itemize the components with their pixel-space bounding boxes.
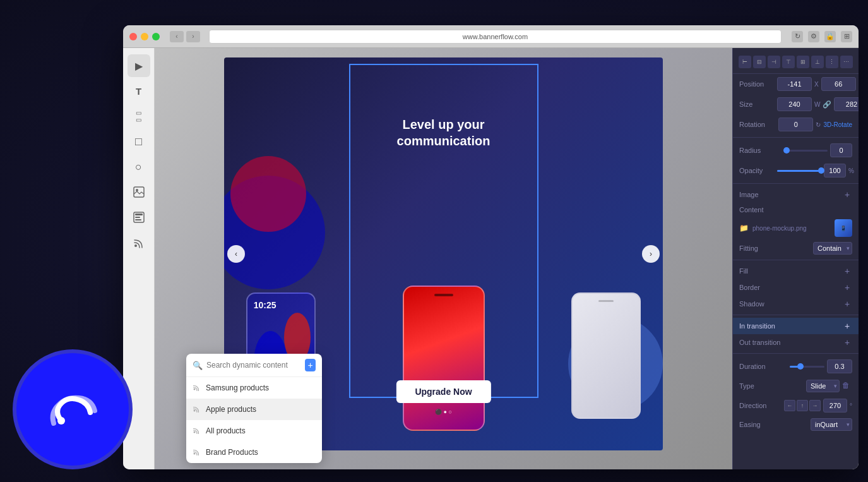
fitting-select-wrap: Contain Cover Fill — [813, 242, 852, 255]
mac-close-btn[interactable] — [129, 33, 137, 40]
easing-label: Easing — [739, 421, 777, 428]
direction-up-btn[interactable]: ↑ — [797, 400, 808, 411]
size-w-suffix: W — [814, 101, 820, 108]
content-label: Content — [739, 206, 777, 214]
search-icon: 🔍 — [193, 361, 203, 370]
feed-tool-btn[interactable] — [128, 231, 150, 254]
dropdown-item-samsung-label: Samsung products — [206, 383, 269, 392]
placeholder-tool-btn[interactable]: ▭▭ — [128, 105, 150, 128]
border-add-btn[interactable]: + — [842, 282, 852, 292]
svg-point-7 — [134, 244, 137, 247]
carousel-right-arrow[interactable]: › — [642, 245, 660, 263]
dropdown-item-apple[interactable]: Apple products — [186, 399, 322, 420]
duration-inputs — [790, 359, 852, 373]
feed-icon-all — [193, 426, 201, 436]
duration-slider[interactable] — [790, 366, 824, 368]
opacity-row: Opacity % — [733, 160, 859, 181]
direction-left-btn[interactable]: ← — [784, 400, 795, 411]
out-transition-label: Out transition — [739, 339, 780, 346]
mac-settings-btn[interactable]: ⚙ — [808, 31, 819, 42]
mac-nav: ‹ › — [170, 31, 200, 42]
mac-sidebar-btn[interactable]: ⊞ — [841, 31, 852, 42]
panel-align-right[interactable]: ⊣ — [768, 56, 780, 68]
feed-icon-apple — [193, 404, 201, 414]
3d-rotate-btn[interactable]: 3D-Rotate — [823, 121, 852, 128]
easing-select[interactable]: inQuart linear easeIn easeOut — [811, 418, 852, 431]
radius-slider[interactable] — [783, 150, 828, 152]
search-dynamic-content-input[interactable] — [206, 361, 301, 370]
dropdown-item-all[interactable]: All products — [186, 420, 322, 442]
size-inputs: W 🔗 H — [777, 97, 859, 111]
panel-align-bottom[interactable]: ⊥ — [811, 56, 824, 68]
dynamic-content-btn[interactable] — [128, 206, 150, 229]
image-tool-btn[interactable] — [128, 181, 150, 203]
fitting-select[interactable]: Contain Cover Fill — [813, 242, 852, 255]
mac-maximize-btn[interactable] — [152, 33, 160, 40]
dropdown-item-apple-label: Apple products — [206, 405, 256, 414]
opacity-input[interactable] — [824, 164, 846, 178]
svg-point-0 — [57, 417, 65, 425]
address-bar[interactable]: www.bannerflow.com — [209, 30, 782, 44]
size-link-icon[interactable]: 🔗 — [823, 100, 831, 109]
image-add-btn[interactable]: + — [842, 190, 852, 200]
upgrade-now-button[interactable]: Upgrade Now — [396, 380, 490, 403]
folder-icon[interactable]: 📁 — [739, 224, 749, 232]
panel-align-center-h[interactable]: ⊟ — [753, 56, 766, 68]
position-x-suffix: X — [814, 81, 819, 88]
opacity-inputs: % — [777, 164, 854, 178]
type-delete-btn[interactable]: 🗑 — [842, 381, 852, 391]
type-select[interactable]: Slide Fade Zoom — [806, 380, 840, 392]
svg-point-8 — [194, 389, 196, 390]
feed-icon-brand — [193, 447, 201, 457]
radius-inputs — [783, 143, 852, 157]
svg-rect-1 — [134, 187, 144, 197]
type-controls: Slide Fade Zoom 🗑 — [806, 380, 852, 392]
content-file-name: phone-mockup.png — [752, 225, 831, 232]
direction-value-input[interactable] — [823, 399, 847, 413]
panel-align-left[interactable]: ⊢ — [739, 56, 751, 68]
mac-minimize-btn[interactable] — [141, 33, 148, 40]
mac-back-btn[interactable]: ‹ — [170, 31, 184, 42]
carousel-left-arrow[interactable]: ‹ — [227, 245, 245, 263]
fitting-row: Fitting Contain Cover Fill — [733, 239, 859, 257]
panel-align-top[interactable]: ⊤ — [782, 56, 795, 68]
fill-add-btn[interactable]: + — [842, 266, 852, 276]
size-w-input[interactable] — [777, 97, 812, 111]
mac-titlebar: ‹ › www.bannerflow.com ↻ ⚙ 🔒 ⊞ — [123, 25, 859, 48]
in-transition-add-btn[interactable]: + — [842, 321, 852, 331]
dropdown-add-btn[interactable]: + — [305, 359, 316, 371]
dropdown-item-samsung[interactable]: Samsung products — [186, 377, 322, 399]
canvas-area[interactable]: Level up your communication 10:25 ⚫ ● ○ — [155, 48, 732, 469]
radius-input[interactable] — [830, 143, 852, 157]
select-tool-btn[interactable]: ▶ — [128, 54, 150, 77]
opacity-label: Opacity — [739, 167, 777, 174]
rotation-input[interactable] — [778, 117, 813, 131]
mac-forward-btn[interactable]: › — [186, 31, 200, 42]
rectangle-tool-btn[interactable]: □ — [128, 130, 150, 153]
fitting-label: Fitting — [739, 244, 777, 252]
type-row: Type Slide Fade Zoom 🗑 — [733, 377, 859, 395]
type-label: Type — [739, 382, 777, 390]
text-tool-btn[interactable]: T — [128, 80, 150, 102]
in-transition-row: In transition + — [733, 318, 859, 334]
duration-input[interactable] — [827, 359, 852, 373]
mac-lock-btn[interactable]: 🔒 — [824, 31, 836, 42]
panel-align-center-v[interactable]: ⊞ — [797, 56, 809, 68]
out-transition-add-btn[interactable]: + — [842, 337, 852, 347]
border-row: Border + — [733, 279, 859, 296]
opacity-slider[interactable] — [777, 170, 821, 172]
fill-label: Fill — [739, 267, 777, 275]
position-x-input[interactable] — [777, 77, 812, 91]
border-label: Border — [739, 284, 777, 291]
url-text: www.bannerflow.com — [463, 33, 528, 40]
position-y-input[interactable] — [821, 77, 856, 91]
size-h-input[interactable] — [834, 97, 859, 111]
panel-more[interactable]: ⋯ — [840, 56, 853, 68]
panel-distribute[interactable]: ⋮ — [826, 56, 838, 68]
direction-right-btn[interactable]: → — [809, 400, 821, 411]
circle-tool-btn[interactable]: ○ — [128, 155, 150, 178]
logo-circle — [13, 349, 133, 469]
shadow-add-btn[interactable]: + — [842, 299, 852, 309]
dropdown-item-brand[interactable]: Brand Products — [186, 442, 322, 463]
mac-refresh-btn[interactable]: ↻ — [792, 31, 803, 42]
